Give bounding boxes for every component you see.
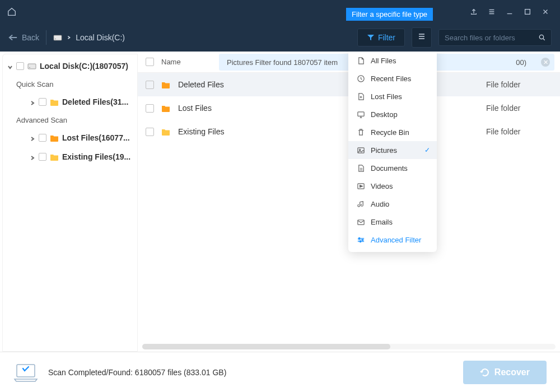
notice-text: Pictures Filter found 1807057 item [227, 58, 338, 67]
tree-root[interactable]: Local Disk(C:)(1807057) [3, 57, 137, 76]
status-text: Scan Completed/Found: 6180057 files (833… [48, 368, 453, 377]
scrollbar-thumb[interactable] [142, 344, 390, 349]
folder-icon [50, 98, 59, 106]
file-icon [356, 56, 365, 65]
filter-item-pictures[interactable]: Pictures [348, 141, 437, 159]
sidebar: Local Disk(C:)(1807057) Quick Scan Delet… [2, 54, 138, 352]
svg-rect-5 [357, 111, 363, 116]
titlebar [0, 0, 560, 24]
close-icon[interactable]: ✕ [541, 58, 550, 67]
checkbox[interactable] [16, 62, 24, 70]
drive-icon [53, 34, 62, 41]
document-icon [356, 164, 365, 172]
search-icon [539, 33, 545, 42]
svg-point-11 [362, 239, 363, 240]
svg-point-10 [358, 237, 360, 239]
image-icon [356, 146, 365, 155]
filter-item-desktop[interactable]: Desktop [348, 105, 437, 123]
desktop-icon [356, 110, 365, 119]
lost-icon [356, 92, 365, 101]
filter-item-advanced[interactable]: Advanced Filter [348, 231, 437, 249]
chevron-right-icon[interactable] [30, 134, 36, 141]
close-button[interactable] [538, 4, 553, 20]
row-type: File folder [486, 127, 548, 136]
menu-icon[interactable] [484, 4, 500, 20]
tree-item-label: Deleted Files(31... [62, 97, 128, 106]
restore-icon [480, 367, 490, 377]
search-input[interactable] [445, 34, 539, 42]
row-type: File folder [486, 80, 548, 89]
checkbox[interactable] [39, 153, 46, 161]
filter-button[interactable]: Filter [357, 29, 405, 46]
divider [46, 30, 46, 45]
maximize-button[interactable] [520, 4, 535, 20]
folder-icon [161, 128, 170, 136]
mail-icon [356, 217, 365, 226]
folder-icon [50, 134, 59, 142]
notice-tail: 00) [516, 58, 526, 67]
row-type: File folder [486, 104, 548, 113]
horizontal-scrollbar[interactable] [142, 344, 556, 349]
sliders-icon [356, 235, 365, 244]
list-view-button[interactable] [412, 27, 432, 48]
svg-rect-2 [525, 10, 530, 15]
filter-item-lost[interactable]: Lost Files [348, 87, 437, 105]
breadcrumb[interactable]: Local Disk(C:) [53, 33, 125, 42]
recover-label: Recover [494, 367, 530, 377]
video-icon [356, 181, 365, 190]
chevron-right-icon[interactable] [30, 99, 36, 105]
checkbox[interactable] [146, 128, 154, 136]
home-icon[interactable] [7, 7, 17, 17]
footer: Scan Completed/Found: 6180057 files (833… [0, 352, 560, 392]
tree-item-label: Lost Files(16077... [62, 133, 130, 142]
drive-icon [27, 62, 36, 70]
filter-item-recent[interactable]: Recent Files [348, 69, 437, 87]
filter-tooltip: Filter a specific file type [346, 8, 433, 21]
breadcrumb-location: Local Disk(C:) [76, 33, 125, 42]
folder-icon [161, 104, 170, 112]
row-name: Lost Files [178, 104, 212, 113]
svg-point-3 [539, 35, 543, 39]
filter-item-audio[interactable]: Audio [348, 195, 437, 213]
trash-icon [356, 128, 365, 137]
filter-label: Filter [378, 33, 395, 42]
funnel-icon [367, 34, 375, 41]
audio-icon [356, 199, 365, 208]
back-label: Back [22, 33, 39, 42]
minimize-button[interactable] [502, 4, 517, 20]
share-icon[interactable] [466, 4, 482, 20]
checkbox[interactable] [39, 134, 46, 142]
checkbox[interactable] [146, 81, 154, 89]
file-area: Pictures Filter found 1807057 item 00) ✕… [138, 52, 560, 352]
row-name: Existing Files [178, 127, 224, 136]
checkbox[interactable] [39, 98, 46, 106]
chevron-right-icon[interactable] [30, 153, 36, 160]
svg-point-7 [359, 149, 360, 150]
tree-item-deleted[interactable]: Deleted Files(31... [3, 92, 137, 111]
filter-item-documents[interactable]: Documents [348, 159, 437, 177]
back-button[interactable]: Back [8, 33, 39, 42]
checkbox-all[interactable] [146, 58, 154, 66]
tree-category-advanced: Advanced Scan [3, 111, 137, 128]
tree-category-quick: Quick Scan [3, 76, 137, 92]
clock-icon [356, 74, 365, 83]
tree-item-lost[interactable]: Lost Files(16077... [3, 128, 137, 147]
laptop-icon [13, 362, 38, 382]
search-box[interactable] [438, 29, 552, 46]
row-name: Deleted Files [178, 80, 224, 89]
recover-button[interactable]: Recover [463, 361, 547, 384]
folder-icon [50, 153, 59, 161]
tree-item-label: Existing Files(19... [62, 152, 130, 161]
filter-dropdown: All Files Recent Files Lost Files Deskto… [348, 52, 437, 252]
filter-item-emails[interactable]: Emails [348, 213, 437, 231]
tree-root-label: Local Disk(C:)(1807057) [40, 62, 128, 71]
chevron-down-icon[interactable] [7, 63, 14, 69]
filter-item-recycle[interactable]: Recycle Bin [348, 123, 437, 141]
filter-item-videos[interactable]: Videos [348, 177, 437, 195]
checkbox[interactable] [146, 104, 154, 113]
filter-item-all[interactable]: All Files [348, 52, 437, 69]
tree-item-existing[interactable]: Existing Files(19... [3, 147, 137, 166]
column-name: Name [161, 58, 181, 66]
toolbar: Back Local Disk(C:) Filter [0, 24, 560, 52]
svg-point-12 [360, 241, 361, 242]
